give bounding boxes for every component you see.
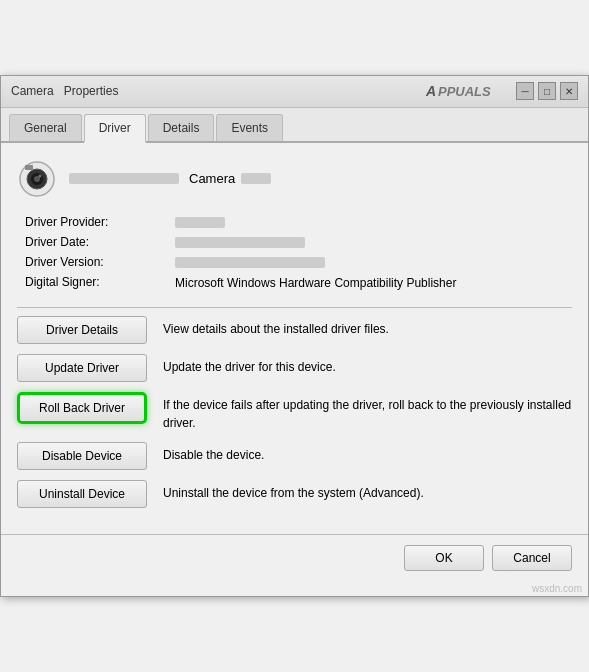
provider-value <box>175 215 572 229</box>
device-sublabel-blurred <box>241 173 271 184</box>
version-label: Driver Version: <box>25 255 175 269</box>
close-button[interactable]: ✕ <box>560 82 578 100</box>
action-row-update-driver: Update Driver Update the driver for this… <box>17 354 572 382</box>
tab-bar: General Driver Details Events <box>1 108 588 143</box>
action-row-uninstall: Uninstall Device Uninstall the device fr… <box>17 480 572 508</box>
cancel-button[interactable]: Cancel <box>492 545 572 571</box>
date-value-blurred <box>175 237 305 248</box>
tab-driver[interactable]: Driver <box>84 114 146 143</box>
date-value <box>175 235 572 249</box>
appuals-logo: A PPUALS <box>426 80 506 102</box>
driver-info-grid: Driver Provider: Driver Date: Driver Ver… <box>17 215 572 292</box>
version-value-blurred <box>175 257 325 268</box>
properties-dialog: Camera Properties A PPUALS ─ □ ✕ G <box>0 75 589 598</box>
signer-label: Digital Signer: <box>25 275 175 292</box>
tab-content: Camera Driver Provider: Driver Date: Dri… <box>1 143 588 535</box>
action-row-disable: Disable Device Disable the device. <box>17 442 572 470</box>
update-driver-desc: Update the driver for this device. <box>163 354 572 376</box>
title-bar: Camera Properties A PPUALS ─ □ ✕ <box>1 76 588 108</box>
device-name-block: Camera <box>69 171 271 186</box>
uninstall-device-desc: Uninstall the device from the system (Ad… <box>163 480 572 502</box>
device-camera-label: Camera <box>189 171 235 186</box>
tab-events[interactable]: Events <box>216 114 283 141</box>
driver-details-button[interactable]: Driver Details <box>17 316 147 344</box>
action-row-roll-back: Roll Back Driver If the device fails aft… <box>17 392 572 432</box>
roll-back-driver-button[interactable]: Roll Back Driver <box>17 392 147 424</box>
provider-value-blurred <box>175 217 225 228</box>
svg-rect-7 <box>25 165 33 170</box>
roll-back-desc: If the device fails after updating the d… <box>163 392 572 432</box>
svg-text:A: A <box>426 83 436 99</box>
uninstall-device-button[interactable]: Uninstall Device <box>17 480 147 508</box>
disable-device-desc: Disable the device. <box>163 442 572 464</box>
ok-button[interactable]: OK <box>404 545 484 571</box>
svg-text:PPUALS: PPUALS <box>438 84 491 99</box>
maximize-button[interactable]: □ <box>538 82 556 100</box>
svg-point-6 <box>39 174 42 177</box>
version-value <box>175 255 572 269</box>
disable-device-button[interactable]: Disable Device <box>17 442 147 470</box>
provider-label: Driver Provider: <box>25 215 175 229</box>
tab-general[interactable]: General <box>9 114 82 141</box>
action-row-driver-details: Driver Details View details about the in… <box>17 316 572 344</box>
divider <box>17 307 572 308</box>
camera-device-icon <box>17 159 57 199</box>
wsxdn-watermark: wsxdn.com <box>1 581 588 596</box>
tab-details[interactable]: Details <box>148 114 215 141</box>
signer-value: Microsoft Windows Hardware Compatibility… <box>175 275 572 292</box>
date-label: Driver Date: <box>25 235 175 249</box>
dialog-footer: OK Cancel <box>1 534 588 581</box>
device-name-blurred <box>69 173 179 184</box>
title-bar-left: Camera Properties <box>11 84 118 98</box>
device-header: Camera <box>17 159 572 199</box>
update-driver-button[interactable]: Update Driver <box>17 354 147 382</box>
driver-details-desc: View details about the installed driver … <box>163 316 572 338</box>
minimize-button[interactable]: ─ <box>516 82 534 100</box>
title-bar-text: Camera Properties <box>11 84 118 98</box>
title-bar-controls: ─ □ ✕ <box>516 82 578 100</box>
